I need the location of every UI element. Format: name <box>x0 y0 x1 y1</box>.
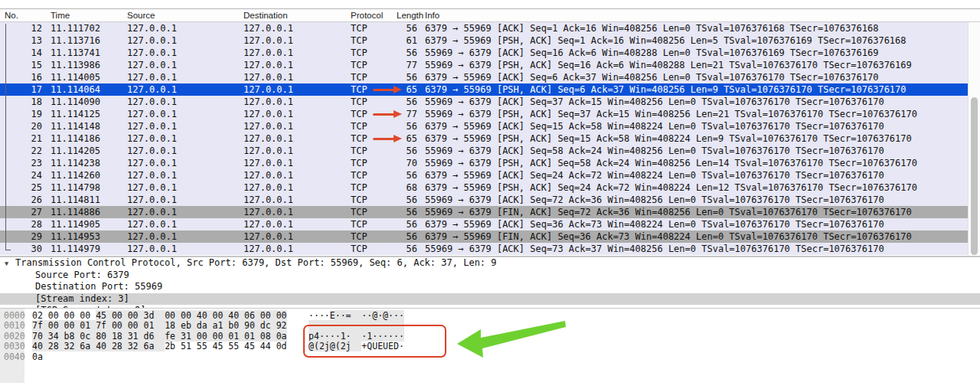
packet-row[interactable]: 2111.114186127.0.0.1127.0.0.1TCP656379 →… <box>0 132 968 145</box>
cell-info: 6379 → 55969 [ACK] Seq=24 Ack=72 Win=408… <box>425 169 954 181</box>
detail-row[interactable]: ▼Transmission Control Protocol, Src Port… <box>0 257 980 270</box>
cell-destination: 127.0.0.1 <box>243 96 293 108</box>
packet-row[interactable]: 1311.113716127.0.0.1127.0.0.1TCP616379 →… <box>0 34 968 47</box>
cell-length: 56 <box>381 194 417 206</box>
cell-time: 11.114953 <box>51 230 100 243</box>
hex-byte: 31 <box>128 331 144 342</box>
hex-byte: 00 <box>260 310 276 321</box>
cell-time: 11.114979 <box>51 243 100 255</box>
hex-byte: 45 <box>213 341 229 351</box>
cell-protocol: TCP <box>351 194 368 206</box>
hex-bytes: 70 34 b8 0c 80 18 31 d6 fe 31 00 00 01 0… <box>32 332 287 342</box>
packet-row[interactable]: 2511.114798127.0.0.1127.0.0.1TCP686379 →… <box>0 181 968 194</box>
packet-row[interactable]: 2811.114905127.0.0.1127.0.0.1TCP566379 →… <box>0 218 968 230</box>
hex-byte: 02 <box>32 310 48 321</box>
detail-row[interactable]: Destination Port: 55969 <box>0 281 980 293</box>
cell-protocol: TCP <box>351 71 368 83</box>
cell-time: 11.114205 <box>51 145 100 157</box>
scrollbar-thumb[interactable] <box>971 97 978 255</box>
column-header-info[interactable]: Info <box>425 10 439 21</box>
ascii-char: E <box>330 310 335 321</box>
packet-row[interactable]: 1811.114090127.0.0.1127.0.0.1TCP5655969 … <box>0 96 968 108</box>
hex-byte: 00 <box>165 310 181 321</box>
ascii-char: · <box>341 310 346 321</box>
cell-destination: 127.0.0.1 <box>243 230 293 243</box>
cell-time: 11.114005 <box>51 71 100 83</box>
wireshark-window: No.TimeSourceDestinationProtocolLengthIn… <box>0 0 980 389</box>
hex-byte: 0d <box>276 341 287 351</box>
packet-row[interactable]: 1411.113741127.0.0.1127.0.0.1TCP5655969 … <box>0 47 968 59</box>
hex-byte: 45 <box>96 310 112 321</box>
column-header-length[interactable]: Length <box>397 10 423 21</box>
detail-row[interactable]: Source Port: 6379 <box>0 270 980 282</box>
cell-protocol: TCP <box>351 243 368 255</box>
cell-length: 56 <box>381 169 417 181</box>
packet-bytes-pane[interactable]: 000002 00 00 00 45 00 00 3d 00 00 40 00 … <box>0 308 980 389</box>
cell-source: 127.0.0.1 <box>127 83 177 96</box>
cell-length: 56 <box>381 243 417 255</box>
packet-row[interactable]: 3011.114979127.0.0.1127.0.0.1TCP5655969 … <box>0 243 968 255</box>
packet-row[interactable]: 1211.111702127.0.0.1127.0.0.1TCP566379 →… <box>0 22 968 34</box>
detail-text: [Stream index: 3] <box>0 293 980 306</box>
cell-protocol: TCP <box>351 34 368 47</box>
packet-list[interactable]: 1211.111702127.0.0.1127.0.0.1TCP566379 →… <box>0 22 980 255</box>
packet-row[interactable]: 2411.114260127.0.0.1127.0.0.1TCP566379 →… <box>0 169 968 181</box>
cell-destination: 127.0.0.1 <box>243 181 293 194</box>
column-header-time[interactable]: Time <box>51 10 70 21</box>
hex-byte: 44 <box>260 341 276 351</box>
hex-byte: 00 <box>48 320 64 331</box>
packet-rows: 1211.111702127.0.0.1127.0.0.1TCP566379 →… <box>0 22 980 255</box>
hex-byte: 31 <box>181 331 197 342</box>
cell-length: 56 <box>381 218 417 230</box>
cell-source: 127.0.0.1 <box>127 194 177 206</box>
hex-byte: 18 <box>112 331 128 342</box>
ascii-char: = <box>346 310 362 321</box>
column-header-no[interactable]: No. <box>5 10 18 21</box>
hex-byte: 80 <box>96 331 112 342</box>
cell-time: 11.114260 <box>51 169 100 181</box>
cell-info: 6379 → 55969 [PSH, ACK] Seq=1 Ack=16 Win… <box>425 34 954 47</box>
cell-length: 56 <box>381 22 417 34</box>
detail-row[interactable]: [Stream index: 3] <box>0 293 980 306</box>
packet-row[interactable]: 2711.114886127.0.0.1127.0.0.1TCP5655969 … <box>0 206 968 218</box>
cell-info: 6379 → 55969 [ACK] Seq=1 Ack=16 Win=4082… <box>425 22 954 34</box>
scrollbar-track[interactable] <box>968 22 980 255</box>
column-header-source[interactable]: Source <box>127 10 155 21</box>
cell-info: 55969 → 6379 [ACK] Seq=37 Ack=15 Win=408… <box>425 96 954 108</box>
column-header-protocol[interactable]: Protocol <box>351 10 383 21</box>
cell-info: 55969 → 6379 [FIN, ACK] Seq=72 Ack=36 Wi… <box>425 206 954 218</box>
hex-byte: 00 <box>112 310 128 321</box>
packet-row[interactable]: 2211.114205127.0.0.1127.0.0.1TCP5655969 … <box>0 145 968 157</box>
packet-row[interactable]: 2911.114953127.0.0.1127.0.0.1TCP566379 →… <box>0 230 968 243</box>
cell-protocol: TCP <box>351 157 368 169</box>
packet-row[interactable]: 2011.114148127.0.0.1127.0.0.1TCP566379 →… <box>0 120 968 132</box>
packet-row[interactable]: 1511.113986127.0.0.1127.0.0.1TCP7755969 … <box>0 59 968 71</box>
cell-protocol: TCP <box>351 169 368 181</box>
packet-row[interactable]: 1611.114005127.0.0.1127.0.0.1TCP566379 →… <box>0 71 968 83</box>
hex-byte: 40 <box>228 310 244 321</box>
packet-row[interactable]: 1911.114125127.0.0.1127.0.0.1TCP7755969 … <box>0 108 968 120</box>
column-header-destination[interactable]: Destination <box>243 10 288 21</box>
cell-destination: 127.0.0.1 <box>243 34 293 47</box>
hex-byte: 01 <box>143 320 165 331</box>
cell-info: 55969 → 6379 [ACK] Seq=72 Ack=36 Win=408… <box>425 194 954 206</box>
cell-source: 127.0.0.1 <box>127 169 177 181</box>
packet-list-header[interactable]: No.TimeSourceDestinationProtocolLengthIn… <box>0 9 980 22</box>
cell-time: 11.111702 <box>51 22 100 34</box>
cell-time: 11.113716 <box>51 34 100 47</box>
expander-triangle-icon[interactable]: ▼ <box>5 258 8 270</box>
packet-row[interactable]: 2311.114238127.0.0.1127.0.0.1TCP7055969 … <box>0 157 968 169</box>
hex-byte: 45 <box>244 341 260 351</box>
hex-byte: 00 <box>112 320 128 331</box>
hex-byte: 00 <box>64 320 80 331</box>
cell-source: 127.0.0.1 <box>127 145 177 157</box>
cell-info: 55969 → 6379 [ACK] Seq=16 Ack=6 Win=4082… <box>425 47 954 59</box>
hex-byte: 00 <box>213 331 229 342</box>
packet-row[interactable]: 2611.114811127.0.0.1127.0.0.1TCP5655969 … <box>0 194 968 206</box>
ascii-char: · <box>399 310 404 321</box>
packet-row[interactable]: 1711.114064127.0.0.1127.0.0.1TCP656379 →… <box>0 83 968 96</box>
cell-source: 127.0.0.1 <box>127 59 177 71</box>
hex-byte: 40 <box>197 310 213 321</box>
packet-details-pane[interactable]: ▼Transmission Control Protocol, Src Port… <box>0 256 980 308</box>
cell-destination: 127.0.0.1 <box>243 71 293 83</box>
